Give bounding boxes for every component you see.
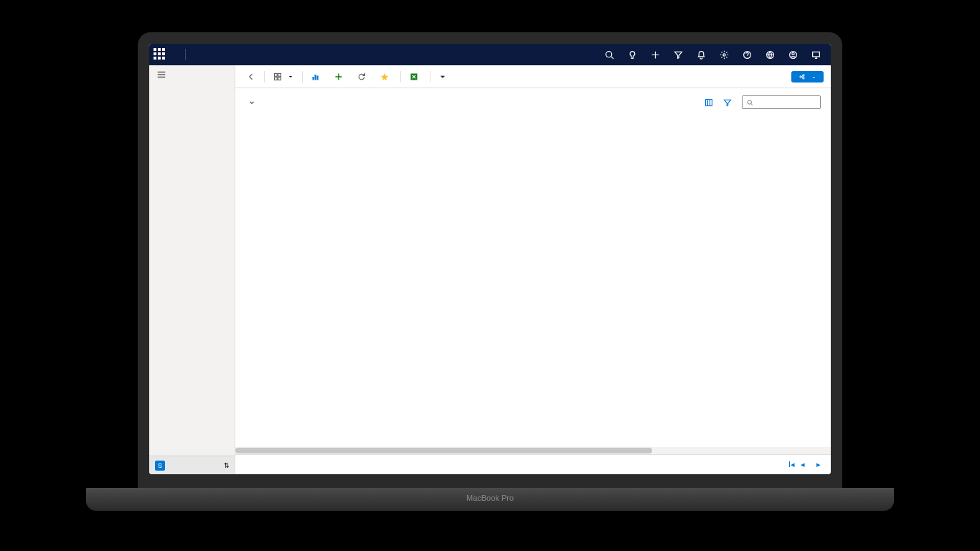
new-button[interactable] [330, 70, 350, 83]
plus-icon[interactable] [650, 50, 660, 60]
command-bar: ⌄ [235, 65, 831, 88]
bell-icon[interactable] [696, 50, 706, 60]
svg-rect-8 [278, 73, 281, 76]
filter-field[interactable] [756, 98, 816, 106]
refresh-button[interactable] [353, 70, 373, 83]
svg-point-0 [606, 51, 611, 57]
svg-rect-12 [315, 75, 316, 80]
user-icon[interactable] [788, 50, 798, 60]
visualize-button[interactable] [376, 70, 396, 83]
filter-input[interactable] [742, 95, 821, 109]
horizontal-scrollbar[interactable] [235, 447, 831, 454]
help-icon[interactable] [742, 50, 752, 60]
export-excel-button[interactable] [405, 70, 425, 83]
svg-rect-13 [317, 75, 319, 80]
divider [185, 49, 186, 60]
area-badge: S [155, 461, 165, 471]
svg-rect-9 [275, 77, 278, 80]
svg-rect-6 [812, 52, 819, 57]
svg-rect-10 [278, 77, 281, 80]
svg-point-1 [722, 53, 725, 55]
overflow-button[interactable] [435, 71, 451, 83]
svg-rect-7 [275, 73, 278, 76]
first-page-button[interactable]: I◂ [788, 460, 795, 469]
svg-rect-15 [706, 99, 712, 105]
grid-footer: I◂ ◂ ▸ [235, 454, 831, 474]
data-grid [235, 116, 831, 447]
show-as-button[interactable] [269, 70, 298, 83]
gear-icon[interactable] [719, 50, 729, 60]
prev-page-button[interactable]: ◂ [801, 460, 805, 469]
area-switcher[interactable]: S ⇅ [149, 456, 235, 474]
sidebar: S ⇅ [149, 65, 235, 474]
hamburger-icon[interactable] [149, 65, 235, 84]
topbar [149, 44, 831, 65]
edit-columns-button[interactable] [705, 98, 716, 107]
lightbulb-icon[interactable] [627, 50, 637, 60]
next-page-button[interactable]: ▸ [816, 460, 821, 469]
edit-filters-button[interactable] [723, 98, 735, 107]
svg-rect-11 [313, 77, 314, 80]
app-launcher-icon[interactable] [154, 48, 166, 61]
laptop-label: MacBook Pro [86, 488, 894, 502]
share-button[interactable]: ⌄ [791, 71, 824, 83]
svg-point-16 [748, 100, 751, 103]
updown-icon: ⇅ [224, 462, 230, 469]
screen-icon[interactable] [811, 50, 821, 60]
search-icon[interactable] [604, 50, 614, 60]
svg-point-5 [791, 52, 793, 55]
filter-icon[interactable] [673, 50, 683, 60]
view-title[interactable] [245, 99, 255, 106]
show-chart-button[interactable] [307, 70, 327, 83]
back-button[interactable] [242, 70, 260, 83]
globe-icon[interactable] [765, 50, 775, 60]
main-content: ⌄ I◂ ◂ ▸ [235, 65, 831, 474]
view-header [235, 88, 831, 116]
